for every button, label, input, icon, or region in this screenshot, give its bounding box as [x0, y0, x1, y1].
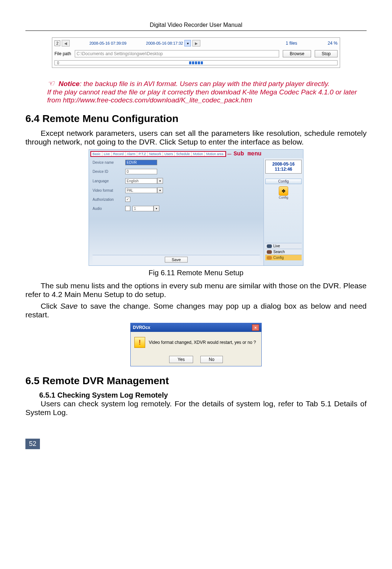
heading-6-5: 6.5 Remote DVR Management [25, 375, 367, 387]
percent-label: 24 % [328, 41, 338, 46]
audio-select[interactable]: 1 [132, 206, 154, 211]
nav-live[interactable]: Live [265, 243, 302, 249]
save-button[interactable]: Save [165, 257, 188, 263]
sub-menu-tabs[interactable]: BasicLiveRecordAlarmP.T.ZNetworkUsersSch… [90, 151, 226, 157]
language-label: Language [93, 179, 125, 183]
notice-line2: If the play cannot read the file or play… [47, 88, 367, 104]
device-id-label: Device ID [93, 170, 125, 174]
audio-checkbox[interactable] [125, 206, 130, 211]
dropdown-icon[interactable]: ▾ [184, 40, 191, 46]
authorization-label: Authorization [93, 198, 125, 202]
language-select[interactable]: English [125, 178, 157, 184]
audio-label: Audio [93, 207, 125, 211]
files-count: 1 files [286, 41, 297, 46]
header-title: Digital Video Recorder User Manual [25, 22, 367, 28]
para-6-5-1: Users can check system log remotely. For… [25, 399, 367, 417]
para-6-4: Except network parameters, users can set… [25, 129, 367, 146]
eye-icon [267, 244, 272, 248]
config-caption: Config [265, 196, 302, 199]
search-icon [267, 250, 272, 254]
close-icon[interactable]: × [252, 324, 259, 331]
device-name-label: Device name [93, 160, 125, 164]
backup-figure: 2 ◀ 2008-05-16 07:39:09 2008-05-16 08:17… [52, 37, 340, 68]
authorization-checkbox[interactable]: ✓ [125, 197, 130, 202]
dialog-message: Video format changed, XDVR would restart… [149, 340, 256, 345]
yes-button[interactable]: Yes [169, 356, 193, 363]
chevron-down-icon[interactable]: ▾ [157, 178, 163, 184]
fig-6-11-caption: Fig 6.11 Remote Menu Setup [25, 269, 367, 277]
remote-menu-figure: BasicLiveRecordAlarmP.T.ZNetworkUsersSch… [89, 149, 303, 266]
chevron-down-icon[interactable]: ▾ [154, 206, 159, 211]
backup-time1: 2008-05-16 07:39:09 [89, 41, 126, 45]
hand-icon: ☜ [47, 79, 54, 88]
backup-num: 2 [54, 40, 60, 46]
dialog-figure: DVROcx × ! Video format changed, XDVR wo… [130, 323, 262, 366]
browse-button[interactable]: Browse [283, 50, 311, 57]
chevron-down-icon[interactable]: ▾ [157, 187, 163, 193]
date-value: 2008-05-16 [267, 162, 300, 167]
para-save: Click Save to save the change. Some chan… [25, 302, 367, 319]
file-path-label: File path [54, 51, 71, 56]
device-id-input[interactable]: 0 [125, 169, 157, 174]
video-format-select[interactable]: PAL [125, 188, 157, 193]
backup-time2: 2008-05-16 08:17:32 [146, 41, 183, 45]
notice-label: Notice [58, 80, 79, 88]
notice-line1: : the backup file is in AVI format. User… [79, 80, 330, 88]
page-number: 52 [25, 439, 40, 449]
progress-zero: 0 [57, 61, 59, 65]
warning-icon: ! [134, 337, 145, 348]
config-top-button[interactable]: Config [265, 179, 302, 184]
nav-config[interactable]: Config [265, 255, 302, 260]
gear-icon [267, 256, 272, 260]
heading-6-5-1: 6.5.1 Checking System Log Remotely [39, 391, 367, 399]
scroll-left-icon[interactable]: ◀ [62, 40, 70, 46]
dialog-title: DVROcx [133, 325, 150, 330]
progress-bar: 0 [54, 60, 338, 65]
file-path-input[interactable]: C:\Documents and Settings\longwei\Deskto… [75, 50, 279, 57]
nav-search[interactable]: Search [265, 249, 302, 255]
device-name-input[interactable]: EDVR [125, 160, 157, 165]
config-icon[interactable]: ❖ [279, 186, 288, 196]
scroll-right-icon[interactable]: ▶ [192, 40, 200, 46]
para-submenu: The sub menu lists and the options in ev… [25, 281, 367, 299]
time-value: 11:12:46 [267, 167, 300, 172]
video-format-label: Video format [93, 188, 125, 192]
heading-6-4: 6.4 Remote Menu Configuration [25, 113, 367, 125]
no-button[interactable]: No [200, 356, 222, 363]
sub-menu-annotation: Sub menu [234, 151, 262, 157]
stop-button[interactable]: Stop [315, 50, 338, 57]
